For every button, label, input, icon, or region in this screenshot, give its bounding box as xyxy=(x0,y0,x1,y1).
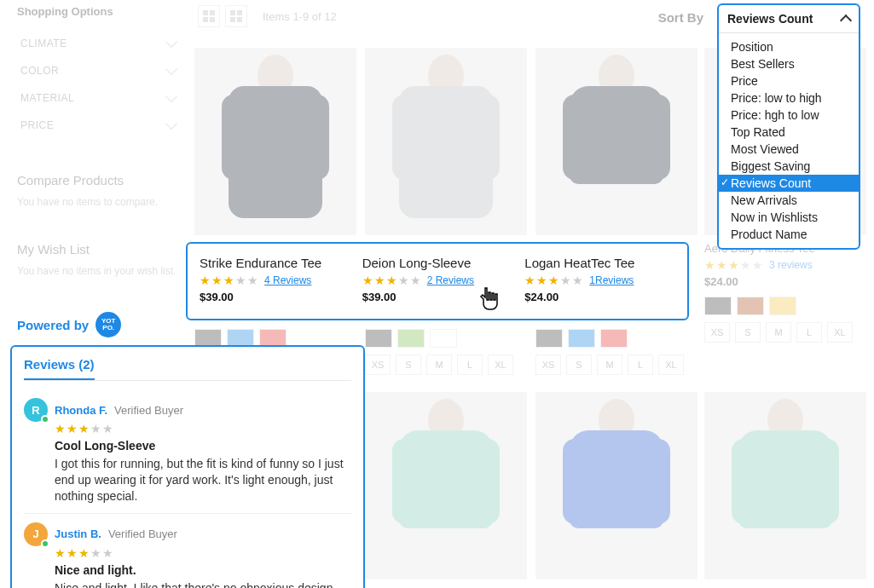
avatar: J xyxy=(24,522,48,546)
product-name: Strike Endurance Tee xyxy=(200,256,350,270)
sort-selected-label: Reviews Count xyxy=(727,12,813,26)
sort-option[interactable]: Top Rated xyxy=(719,124,859,141)
sort-option[interactable]: Price xyxy=(719,72,859,89)
reviewer-name: Rhonda F. xyxy=(55,404,107,417)
sort-option[interactable]: New Arrivals xyxy=(719,192,859,209)
verified-buyer: Verified Buyer xyxy=(114,404,183,417)
sort-dropdown[interactable]: Reviews Count PositionBest SellersPriceP… xyxy=(717,3,860,250)
review-body: I got this for running, but the fit is k… xyxy=(55,456,351,504)
verified-buyer: Verified Buyer xyxy=(108,527,177,540)
sort-option[interactable]: Position xyxy=(719,38,859,55)
sort-selected[interactable]: Reviews Count xyxy=(719,5,859,33)
product-name: Deion Long-Sleeve xyxy=(362,256,513,270)
review-body: Nice and light. I like that there's no o… xyxy=(55,580,351,588)
star-rating: ★★★★★ xyxy=(524,274,584,287)
price: $24.00 xyxy=(524,291,675,303)
product-name: Logan HeatTec Tee xyxy=(524,256,675,270)
reviews-tab[interactable]: Reviews (2) xyxy=(24,357,95,380)
review-item: RRhonda F.Verified Buyer★★★★★Cool Long-S… xyxy=(24,389,351,513)
star-rating: ★★★★★ xyxy=(55,422,351,435)
sort-option[interactable]: Most Viewed xyxy=(719,141,859,158)
reviews-panel: Reviews (2) RRhonda F.Verified Buyer★★★★… xyxy=(10,345,365,588)
reviews-list: RRhonda F.Verified Buyer★★★★★Cool Long-S… xyxy=(24,389,351,588)
star-rating: ★★★★★ xyxy=(200,274,259,287)
product-summary: Strike Endurance Tee ★★★★★ 4 Reviews $39… xyxy=(200,256,350,303)
product-hover-card: Strike Endurance Tee ★★★★★ 4 Reviews $39… xyxy=(186,242,689,320)
star-rating: ★★★★★ xyxy=(362,274,422,287)
price: $39.00 xyxy=(200,291,350,303)
chevron-up-icon xyxy=(840,14,852,26)
review-title: Nice and light. xyxy=(55,563,351,577)
sort-option[interactable]: Price: low to high xyxy=(719,89,859,107)
sort-option[interactable]: Now in Wishlists xyxy=(719,209,859,226)
cursor-pointer-icon xyxy=(479,285,506,315)
reviews-link[interactable]: 4 Reviews xyxy=(264,274,311,286)
reviews-link[interactable]: 2 Reviews xyxy=(427,274,474,286)
powered-by-label: Powered by xyxy=(17,318,89,332)
review-title: Cool Long-Sleeve xyxy=(55,439,351,453)
reviews-link[interactable]: 1Reviews xyxy=(589,274,634,286)
sort-option[interactable]: Price: hgh to low xyxy=(719,107,859,124)
powered-by: Powered by YOTPO. xyxy=(17,312,121,337)
sort-option[interactable]: Product Name xyxy=(719,226,859,243)
avatar: R xyxy=(24,398,48,422)
star-rating: ★★★★★ xyxy=(55,546,351,560)
sort-option[interactable]: Biggest Saving xyxy=(719,158,859,175)
sort-option[interactable]: Best Sellers xyxy=(719,55,859,72)
reviewer-name: Justin B. xyxy=(55,527,101,540)
sort-options: PositionBest SellersPricePrice: low to h… xyxy=(719,33,859,248)
yotpo-logo-icon: YOTPO. xyxy=(96,312,121,337)
product-summary: Logan HeatTec Tee ★★★★★ 1Reviews $24.00 xyxy=(524,256,675,303)
sort-option[interactable]: Reviews Count xyxy=(719,175,859,192)
review-item: JJustin B.Verified Buyer★★★★★Nice and li… xyxy=(24,513,351,588)
